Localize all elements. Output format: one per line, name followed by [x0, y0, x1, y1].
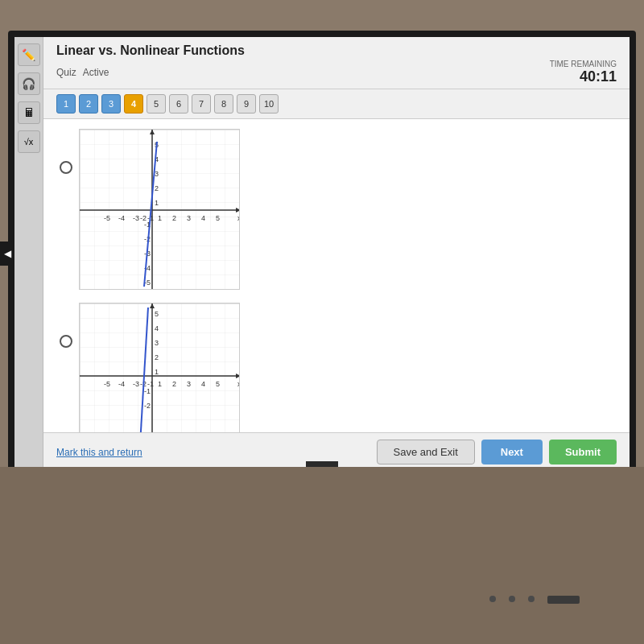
svg-text:5: 5: [216, 214, 220, 222]
svg-text:2: 2: [155, 353, 159, 361]
time-remaining-label: TIME REMAINING: [550, 60, 617, 68]
svg-text:2: 2: [172, 380, 176, 388]
question-6[interactable]: 6: [169, 94, 188, 114]
footer-buttons: Save and Exit Next Submit: [377, 440, 617, 464]
svg-text:1: 1: [155, 199, 159, 207]
svg-text:-3: -3: [133, 214, 139, 222]
svg-text:5: 5: [216, 380, 220, 388]
page-title: Linear vs. Nonlinear Functions: [56, 43, 617, 58]
question-4[interactable]: 4: [124, 94, 143, 114]
desk-item-1: [489, 596, 496, 602]
question-1[interactable]: 1: [56, 94, 76, 114]
svg-text:-2: -2: [144, 402, 151, 410]
pencil-icon[interactable]: ✏️: [18, 43, 40, 66]
svg-text:4: 4: [155, 324, 159, 332]
main-content: Linear vs. Nonlinear Functions Quiz Acti…: [43, 37, 630, 471]
calculator-icon[interactable]: 🖩: [18, 101, 40, 124]
question-2[interactable]: 2: [79, 94, 98, 114]
question-7[interactable]: 7: [192, 94, 211, 114]
svg-text:1: 1: [158, 380, 162, 388]
question-8[interactable]: 8: [214, 94, 233, 114]
graph-wrapper-2: -5 -4 -3 -2 -1 1 2 3 4 5 x: [79, 303, 240, 432]
graph-option-1: -5 -4 -3 -2 -1 1 2 3 4 5 x: [60, 129, 613, 293]
svg-text:-1: -1: [144, 387, 151, 395]
question-3[interactable]: 3: [101, 94, 121, 114]
mark-return-link[interactable]: Mark this and return: [56, 447, 142, 458]
svg-text:4: 4: [201, 380, 205, 388]
save-exit-button[interactable]: Save and Exit: [377, 440, 475, 464]
quiz-label: Quiz: [56, 67, 76, 78]
svg-text:3: 3: [187, 380, 191, 388]
svg-text:5: 5: [155, 310, 159, 318]
svg-text:-3: -3: [133, 380, 139, 388]
svg-text:x: x: [237, 214, 240, 222]
desk-items: [489, 596, 580, 604]
desk-surface: [0, 467, 644, 644]
svg-text:2: 2: [172, 214, 176, 222]
svg-text:2: 2: [155, 184, 159, 192]
svg-rect-29: [80, 303, 240, 432]
svg-text:-5: -5: [104, 380, 110, 388]
question-numbers-bar: 1 2 3 4 5 6 7 8 9 10: [43, 89, 630, 119]
headphones-icon[interactable]: 🎧: [18, 72, 40, 95]
svg-text:3: 3: [187, 214, 191, 222]
quiz-body: -5 -4 -3 -2 -1 1 2 3 4 5 x: [43, 119, 630, 432]
next-button[interactable]: Next: [481, 440, 543, 464]
graph-option-2: -5 -4 -3 -2 -1 1 2 3 4 5 x: [60, 303, 613, 432]
left-toolbar: ✏️ 🎧 🖩 √x: [14, 37, 43, 471]
svg-text:-4: -4: [118, 214, 125, 222]
radio-option-1[interactable]: [60, 161, 72, 174]
radio-option-2[interactable]: [60, 335, 72, 348]
submit-button[interactable]: Submit: [549, 440, 617, 464]
desk-item-long: [547, 596, 580, 604]
desk-item-3: [528, 596, 535, 602]
svg-text:4: 4: [201, 214, 205, 222]
graph-wrapper-1: -5 -4 -3 -2 -1 1 2 3 4 5 x: [79, 129, 240, 293]
question-5[interactable]: 5: [147, 94, 166, 114]
sqrt-icon[interactable]: √x: [18, 130, 40, 153]
desk-item-2: [509, 596, 515, 602]
svg-text:-5: -5: [104, 214, 110, 222]
svg-text:1: 1: [155, 368, 159, 376]
graph-2: -5 -4 -3 -2 -1 1 2 3 4 5 x: [79, 303, 240, 432]
svg-text:1: 1: [158, 214, 162, 222]
time-value: 40:11: [580, 68, 617, 85]
active-label: Active: [83, 67, 109, 78]
svg-text:3: 3: [155, 339, 159, 347]
header: Linear vs. Nonlinear Functions Quiz Acti…: [43, 37, 630, 89]
svg-text:x: x: [237, 380, 240, 388]
graph-1: -5 -4 -3 -2 -1 1 2 3 4 5 x: [79, 129, 240, 290]
svg-text:-4: -4: [118, 380, 125, 388]
question-9[interactable]: 9: [237, 94, 256, 114]
question-10[interactable]: 10: [259, 94, 279, 114]
time-remaining-area: TIME REMAINING 40:11: [550, 60, 617, 85]
left-panel-toggle[interactable]: ◀: [0, 242, 14, 266]
